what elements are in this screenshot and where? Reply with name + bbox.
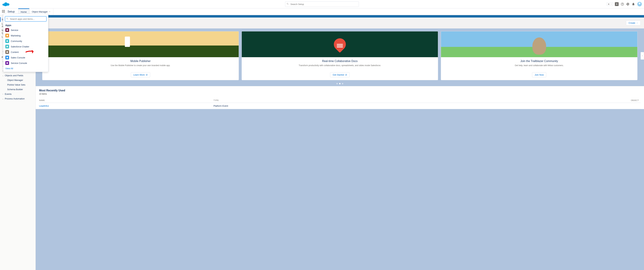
- create-button[interactable]: Create: [626, 21, 640, 25]
- main-content: SETUP Home Create Mobile Publisher Use t…: [36, 15, 644, 270]
- app-icon: [5, 61, 9, 65]
- card-desc: Get help, learn and collaborate with fel…: [511, 64, 567, 70]
- mru-table: NAME TYPE OBJECT LeadInfo1Platform Event: [39, 98, 640, 109]
- sidebar-item-objects-and-fields[interactable]: ⌄Objects and Fields: [0, 73, 36, 78]
- app-icon: [5, 39, 9, 43]
- mru-type: Platform Event: [214, 103, 470, 109]
- svg-rect-4: [6, 29, 8, 31]
- header-actions: +: [606, 2, 642, 7]
- card-desc: Transform productivity with collaborativ…: [295, 64, 384, 70]
- apps-heading: Apps: [3, 23, 48, 27]
- app-launcher-button[interactable]: [2, 10, 6, 13]
- chevron-down-icon: [610, 3, 612, 5]
- chevron-down-icon: [49, 11, 51, 13]
- chevron-down-icon: [636, 22, 638, 24]
- sidebar-subitem-object-manager[interactable]: Object Manager: [0, 78, 36, 82]
- view-all-link[interactable]: View All: [5, 67, 13, 70]
- carousel-dot[interactable]: [342, 83, 343, 84]
- app-label: Community: [11, 40, 22, 42]
- promo-cards-row: Mobile Publisher Use the Mobile Publishe…: [36, 29, 644, 83]
- svg-rect-7: [6, 46, 8, 47]
- user-avatar[interactable]: [637, 2, 642, 7]
- app-label: Service: [11, 29, 18, 31]
- notifications-icon[interactable]: [632, 3, 635, 6]
- chevron-right-icon: [642, 55, 643, 57]
- card-desc: Use the Mobile Publisher to create your …: [107, 64, 174, 70]
- card-cta-button[interactable]: Join Now: [532, 72, 546, 77]
- card-title: Join the Trailblazer Community: [520, 60, 558, 63]
- external-link-icon: [146, 74, 148, 76]
- card-collaborative-docs: Real-time Collaborative Docs Transform p…: [242, 31, 438, 80]
- most-recently-used: Most Recently Used 10 items NAME TYPE OB…: [36, 86, 644, 109]
- global-actions-button[interactable]: +: [615, 2, 618, 6]
- global-header: +: [0, 0, 644, 8]
- svg-rect-10: [6, 62, 8, 64]
- card-cta-button[interactable]: Get Started: [330, 72, 350, 77]
- chevron-right-icon: ›: [2, 93, 4, 95]
- svg-rect-8: [6, 51, 8, 53]
- app-item-marketing[interactable]: Marketing: [3, 33, 48, 38]
- mru-title: Most Recently Used: [39, 89, 640, 92]
- global-search-input[interactable]: [285, 1, 359, 7]
- page-header: SETUP Home Create: [36, 18, 644, 29]
- plus-icon: +: [616, 3, 618, 6]
- view-all-link-wrap: View All: [3, 66, 48, 70]
- app-label: Sales Console: [11, 56, 25, 59]
- col-name[interactable]: NAME: [39, 98, 214, 103]
- sidebar-item-process-automation[interactable]: ⌄Process Automation: [0, 96, 36, 101]
- help-icon[interactable]: [621, 3, 624, 6]
- col-object[interactable]: OBJECT: [470, 98, 640, 103]
- create-label: Create: [628, 22, 635, 24]
- app-label: Service Console: [11, 62, 27, 64]
- svg-rect-5: [6, 35, 8, 36]
- app-label: Salesforce Chatter: [11, 45, 29, 48]
- card-illustration: [242, 31, 438, 57]
- carousel-dot[interactable]: [339, 83, 340, 84]
- tab-label: Home: [21, 11, 27, 13]
- gear-icon[interactable]: [626, 3, 630, 6]
- card-cta-button[interactable]: Learn More: [131, 72, 150, 77]
- mru-link[interactable]: LeadInfo1: [39, 105, 49, 107]
- app-item-service-console[interactable]: Service Console: [3, 60, 48, 66]
- svg-rect-9: [6, 57, 8, 58]
- table-row: LeadInfo1Platform Event: [39, 103, 640, 109]
- sidebar-item-events[interactable]: ›Events: [0, 92, 36, 96]
- app-icon: [5, 34, 9, 37]
- card-illustration: [441, 31, 637, 57]
- search-icon: [286, 3, 289, 5]
- col-type[interactable]: TYPE: [214, 98, 470, 103]
- card-mobile-publisher: Mobile Publisher Use the Mobile Publishe…: [42, 31, 239, 80]
- app-label: Content: [11, 51, 19, 53]
- svg-rect-6: [6, 40, 8, 42]
- app-item-community[interactable]: Community: [3, 38, 48, 44]
- sidebar-item-label: Events: [5, 93, 12, 95]
- app-item-content[interactable]: Content: [3, 49, 48, 55]
- card-illustration: [42, 31, 239, 57]
- app-launcher-search: [5, 16, 46, 22]
- app-label: Marketing: [11, 34, 20, 37]
- carousel-dot[interactable]: [336, 83, 338, 84]
- card-trailblazer: Join the Trailblazer Community Get help,…: [441, 31, 638, 80]
- app-item-service[interactable]: Service: [3, 27, 48, 33]
- sidebar-subitem-picklist-value-sets[interactable]: Picklist Value Sets: [0, 82, 36, 87]
- app-item-sales-console[interactable]: Sales Console: [3, 55, 48, 60]
- carousel-next-button[interactable]: [640, 52, 644, 60]
- app-icon: [5, 50, 9, 54]
- search-icon: [6, 18, 8, 20]
- app-item-salesforce-chatter[interactable]: Salesforce Chatter: [3, 44, 48, 49]
- card-title: Mobile Publisher: [130, 60, 150, 63]
- app-name: Setup: [8, 10, 15, 13]
- app-icon: [5, 28, 9, 32]
- app-launcher-popover: Apps ServiceMarketingCommunitySalesforce…: [3, 14, 48, 72]
- chevron-down-icon: ⌄: [2, 75, 4, 76]
- global-search: [285, 1, 359, 7]
- app-launcher-search-input[interactable]: [5, 16, 46, 22]
- chevron-down-icon: ⌄: [2, 98, 4, 100]
- context-bar: Setup Home Object Manager: [0, 8, 644, 15]
- favorites-button[interactable]: [606, 3, 613, 6]
- cta-label: Learn More: [134, 74, 145, 76]
- cta-label: Join Now: [534, 74, 544, 76]
- sidebar-subitem-schema-builder[interactable]: Schema Builder: [0, 87, 36, 92]
- app-icon: [5, 45, 9, 48]
- salesforce-logo: [2, 2, 10, 7]
